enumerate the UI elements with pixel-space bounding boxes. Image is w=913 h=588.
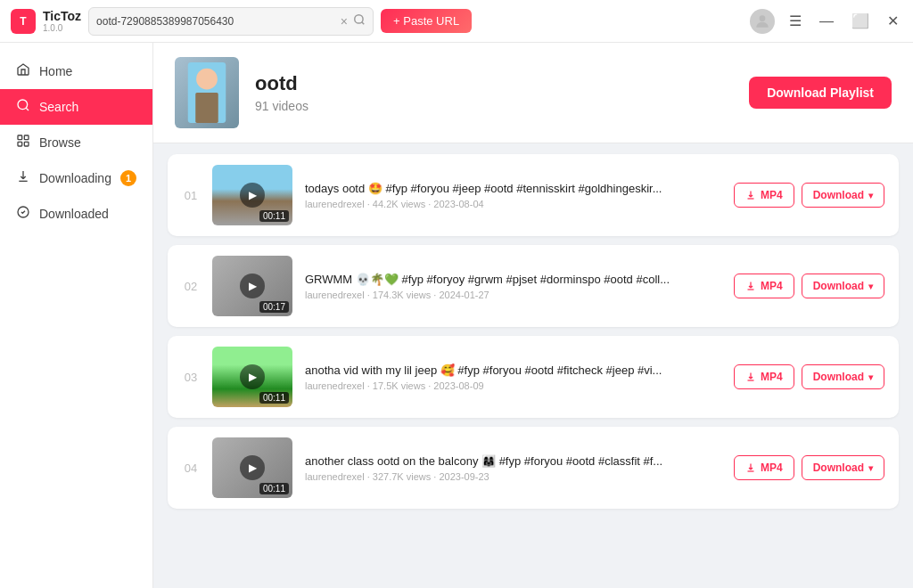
- sidebar-item-home-label: Home: [39, 64, 72, 78]
- svg-rect-5: [18, 135, 22, 140]
- download-icon: [16, 169, 30, 187]
- app-name-block: TicToz 1.0.0: [43, 9, 81, 33]
- titlebar-left: T TicToz 1.0.0 ootd-7290885389987056430 …: [11, 7, 472, 36]
- video-meta: laurenedrexel · 327.7K views · 2023-09-2…: [305, 471, 721, 482]
- app-version: 1.0.0: [43, 23, 81, 33]
- play-button[interactable]: ▶: [240, 364, 265, 389]
- svg-point-12: [196, 69, 218, 90]
- url-clear-icon[interactable]: ×: [341, 14, 348, 29]
- close-button[interactable]: ✕: [884, 11, 902, 31]
- table-row: 04 ▶ 00:11 another class ootd on the bal…: [168, 427, 899, 509]
- download-playlist-button[interactable]: Download Playlist: [749, 77, 892, 109]
- sidebar-item-search[interactable]: Search: [0, 89, 152, 125]
- download-button[interactable]: Download ▾: [802, 274, 884, 298]
- video-title: GRWMM 💀🌴💚 #fyp #foryoy #grwm #pjset #dor…: [305, 273, 721, 286]
- app-name: TicToz: [43, 9, 81, 23]
- sidebar-item-browse[interactable]: Browse: [0, 125, 152, 160]
- video-thumbnail-wrap: ▶ 00:11: [212, 165, 292, 225]
- url-bar[interactable]: ootd-7290885389987056430 ×: [88, 7, 374, 36]
- video-duration: 00:11: [259, 392, 289, 404]
- svg-point-0: [355, 15, 363, 23]
- playlist-thumbnail: [175, 57, 239, 128]
- playlist-name: ootd: [255, 72, 733, 95]
- sidebar-item-search-label: Search: [39, 100, 78, 114]
- video-title: anotha vid with my lil jeep 🥰 #fyp #fory…: [305, 363, 721, 377]
- app-logo: T: [11, 9, 36, 34]
- play-button[interactable]: ▶: [240, 274, 265, 298]
- video-info: another class ootd on the balcony 👩‍👩‍👧 …: [305, 454, 721, 482]
- video-thumbnail-wrap: ▶ 00:17: [212, 256, 292, 316]
- maximize-button[interactable]: ⬜: [848, 11, 873, 31]
- menu-button[interactable]: ☰: [786, 11, 805, 31]
- content-area: ootd 91 videos Download Playlist 01 ▶ 00…: [153, 43, 913, 588]
- playlist-header: ootd 91 videos Download Playlist: [153, 43, 913, 143]
- playlist-info: ootd 91 videos: [255, 72, 733, 113]
- svg-rect-6: [24, 135, 29, 140]
- mp4-button[interactable]: MP4: [734, 364, 794, 389]
- sidebar-item-home[interactable]: Home: [0, 53, 152, 89]
- video-info: GRWMM 💀🌴💚 #fyp #foryoy #grwm #pjset #dor…: [305, 273, 721, 300]
- svg-rect-11: [195, 93, 218, 123]
- sidebar: Home Search Browse Downloading 1 Downl: [0, 43, 153, 588]
- table-row: 02 ▶ 00:17 GRWMM 💀🌴💚 #fyp #foryoy #grwm …: [168, 245, 899, 327]
- downloaded-icon: [16, 205, 30, 223]
- sidebar-item-downloading[interactable]: Downloading 1: [0, 160, 152, 196]
- svg-line-4: [26, 108, 29, 110]
- downloading-badge: 1: [120, 170, 136, 186]
- chevron-down-icon: ▾: [868, 372, 873, 382]
- mp4-button[interactable]: MP4: [734, 183, 794, 208]
- video-duration: 00:11: [259, 210, 289, 222]
- video-title: another class ootd on the balcony 👩‍👩‍👧 …: [305, 454, 721, 468]
- video-thumbnail-wrap: ▶ 00:11: [212, 347, 292, 407]
- video-meta: laurenedrexel · 174.3K views · 2024-01-2…: [305, 290, 721, 300]
- search-nav-icon: [16, 98, 30, 116]
- video-duration: 00:11: [259, 483, 289, 494]
- table-row: 03 ▶ 00:11 anotha vid with my lil jeep 🥰…: [168, 336, 899, 418]
- sidebar-item-downloaded[interactable]: Downloaded: [0, 196, 152, 232]
- chevron-down-icon: ▾: [868, 191, 873, 200]
- download-button[interactable]: Download ▾: [802, 455, 884, 480]
- playlist-count: 91 videos: [255, 99, 733, 113]
- svg-line-1: [362, 22, 365, 25]
- video-info: todays ootd 🤩 #fyp #foryou #jeep #ootd #…: [305, 182, 721, 209]
- svg-rect-8: [24, 142, 29, 146]
- mp4-button[interactable]: MP4: [734, 274, 794, 298]
- chevron-down-icon: ▾: [868, 463, 873, 473]
- svg-rect-7: [18, 142, 22, 146]
- video-actions: MP4 Download ▾: [734, 183, 884, 208]
- video-actions: MP4 Download ▾: [734, 274, 884, 298]
- download-button[interactable]: Download ▾: [802, 183, 884, 208]
- sidebar-item-browse-label: Browse: [39, 135, 81, 150]
- svg-point-3: [18, 100, 28, 110]
- video-actions: MP4 Download ▾: [734, 364, 884, 389]
- video-actions: MP4 Download ▾: [734, 455, 884, 480]
- play-button[interactable]: ▶: [240, 183, 265, 208]
- play-button[interactable]: ▶: [240, 455, 265, 480]
- search-icon[interactable]: [353, 13, 366, 29]
- titlebar-right: ☰ — ⬜ ✕: [750, 9, 902, 34]
- video-thumbnail-wrap: ▶ 00:11: [212, 437, 292, 498]
- video-meta: laurenedrexel · 17.5K views · 2023-08-09: [305, 380, 721, 391]
- avatar[interactable]: [750, 9, 775, 34]
- mp4-button[interactable]: MP4: [734, 455, 794, 480]
- video-list: 01 ▶ 00:11 todays ootd 🤩 #fyp #foryou #j…: [153, 143, 913, 588]
- video-meta: laurenedrexel · 44.2K views · 2023-08-04: [305, 199, 721, 209]
- video-index: 04: [182, 461, 200, 475]
- video-index: 02: [182, 280, 200, 293]
- video-index: 01: [182, 189, 200, 202]
- home-icon: [16, 62, 30, 80]
- browse-icon: [16, 134, 30, 151]
- download-button[interactable]: Download ▾: [802, 364, 884, 389]
- url-text: ootd-7290885389987056430: [96, 15, 335, 28]
- sidebar-item-downloaded-label: Downloaded: [39, 207, 109, 221]
- video-index: 03: [182, 371, 200, 384]
- video-title: todays ootd 🤩 #fyp #foryou #jeep #ootd #…: [305, 182, 721, 195]
- main-layout: Home Search Browse Downloading 1 Downl: [0, 43, 913, 588]
- video-info: anotha vid with my lil jeep 🥰 #fyp #fory…: [305, 363, 721, 391]
- table-row: 01 ▶ 00:11 todays ootd 🤩 #fyp #foryou #j…: [168, 154, 899, 236]
- svg-point-2: [760, 15, 766, 21]
- paste-url-button[interactable]: + Paste URL: [381, 9, 472, 33]
- minimize-button[interactable]: —: [816, 12, 837, 31]
- chevron-down-icon: ▾: [868, 282, 873, 291]
- titlebar: T TicToz 1.0.0 ootd-7290885389987056430 …: [0, 0, 913, 43]
